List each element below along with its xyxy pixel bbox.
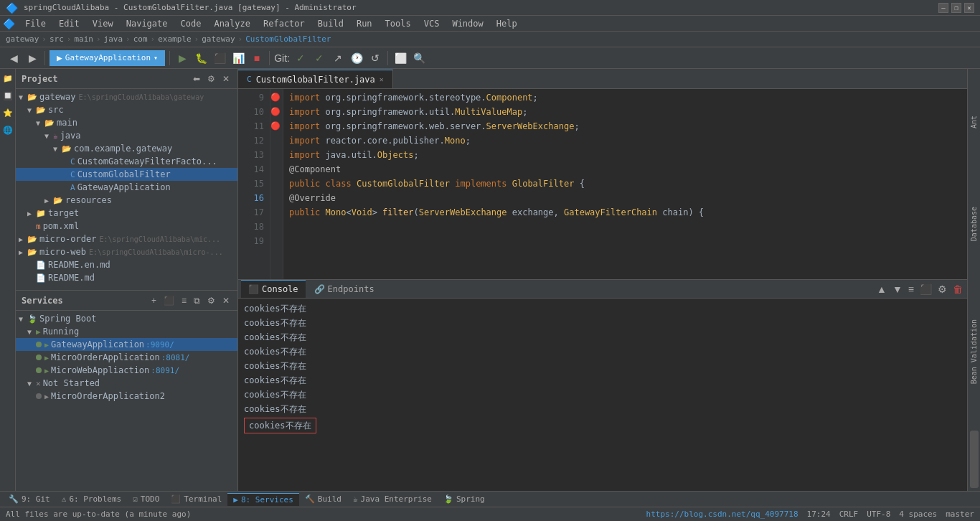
menu-refactor[interactable]: Refactor [258,17,311,30]
code-content[interactable]: import org.springframework.stereotype.Co… [283,89,967,279]
bc-com[interactable]: com [133,34,148,44]
services-filter-btn[interactable]: ⧉ [192,295,202,306]
bsb-problems[interactable]: ⚠ 6: Problems [56,493,127,505]
bean-validation-label[interactable]: Bean Validation [969,315,979,388]
coverage-button[interactable]: ⬛ [212,50,227,66]
tree-item-gateway[interactable]: ▼ 📂 gateway E:\springCloudAlibaba\gatewa… [16,90,237,103]
services-add-btn[interactable]: + [149,295,159,306]
minimize-button[interactable]: — [938,3,948,13]
menu-code[interactable]: Code [175,17,207,30]
clock-button[interactable]: 🕐 [349,50,364,66]
tree-item-main[interactable]: ▼ 📂 main [16,116,237,129]
close-button[interactable]: ✕ [964,3,974,13]
status-branch[interactable]: master [946,510,974,519]
check-button[interactable]: ✓ [293,50,308,66]
services-not-started[interactable]: ▼ ✕ Not Started [16,377,237,390]
bsb-terminal[interactable]: ⬛ Terminal [165,493,227,505]
menu-navigate[interactable]: Navigate [121,17,174,30]
menu-build[interactable]: Build [312,17,349,30]
tab-close-icon[interactable]: ✕ [380,75,384,83]
services-group-btn[interactable]: ≡ [179,295,189,306]
bsb-git[interactable]: 🔧 9: Git [3,493,56,505]
services-close-btn[interactable]: ✕ [220,295,232,306]
project-settings-btn[interactable]: ⚙ [205,73,217,85]
menu-file[interactable]: File [19,17,52,30]
services-microorder-app[interactable]: ▶ MicroOrderApplication :8081/ [16,351,237,364]
stop-button[interactable]: ■ [249,50,265,66]
status-indent[interactable]: 4 spaces [899,510,937,519]
tree-item-package[interactable]: ▼ 📂 com.example.gateway [16,142,237,155]
bc-customglobalfilter[interactable]: CustomGlobalFilter [245,34,331,44]
tree-item-microorder[interactable]: ▶ 📂 micro-order E:\springCloudAlibaba\mi… [16,233,237,245]
tab-endpoints[interactable]: 🔗 Endpoints [307,280,382,298]
menu-edit[interactable]: Edit [53,17,85,30]
bsb-services[interactable]: ▶ 8: Services [227,493,298,506]
tree-item-customgateway[interactable]: C CustomGatewayFilterFacto... [16,155,237,168]
tree-item-readme-en[interactable]: 📄 README.en.md [16,258,237,271]
tab-console[interactable]: ⬛ Console [241,280,306,298]
search-everywhere-button[interactable]: 🔍 [411,50,427,66]
tree-item-gatewayapp[interactable]: A GatewayApplication [16,181,237,194]
menu-vcs[interactable]: VCS [418,17,446,30]
profile-button[interactable]: 📊 [230,50,246,66]
favorites-icon[interactable]: ⭐ [1,106,14,119]
services-settings-btn[interactable]: ⚙ [205,295,217,306]
bsb-todo[interactable]: ☑ TODO [127,493,165,505]
maximize-button[interactable]: ❐ [951,3,961,13]
menu-run[interactable]: Run [351,17,378,30]
ant-label[interactable]: Ant [969,111,979,133]
scroll-down-btn[interactable]: ▼ [891,282,904,296]
console-delete-btn[interactable]: 🗑 [951,282,964,296]
tree-item-readme[interactable]: 📄 README.md [16,271,237,284]
services-microweb-app[interactable]: ▶ MicroWebAppliaction :8091/ [16,364,237,377]
console-content[interactable]: cookies不存在 cookies不存在 cookies不存在 cookies… [238,299,967,491]
code-editor[interactable]: 9 10 11 12 13 14 15 16 17 18 19 [238,89,967,279]
arrow-up-button[interactable]: ↗ [330,50,346,66]
right-scrollbar[interactable] [970,431,979,488]
debug-button[interactable]: 🐛 [193,50,209,66]
bc-java[interactable]: java [104,34,123,44]
bc-gateway[interactable]: gateway [6,34,39,44]
back-button[interactable]: ◀ [6,50,22,66]
project-close-btn[interactable]: ✕ [220,73,232,85]
tree-item-customglobalfilter[interactable]: C CustomGlobalFilter [16,168,237,181]
revert-button[interactable]: ↺ [367,50,383,66]
console-expand-btn[interactable]: ⬛ [918,282,933,296]
bsb-spring[interactable]: 🍃 Spring [438,493,491,505]
tree-item-microweb[interactable]: ▶ 📂 micro-web E:\springCloudAlibaba\micr… [16,245,237,258]
tab-customglobalfilter[interactable]: C CustomGlobalFilter.java ✕ [238,70,393,88]
menu-view[interactable]: View [87,17,119,30]
bc-src[interactable]: src [50,34,64,44]
check2-button[interactable]: ✓ [311,50,327,66]
run-config-dropdown[interactable]: ▶ GatewayApplication ▾ [50,50,165,66]
bc-main[interactable]: main [74,34,93,44]
tree-item-resources[interactable]: ▶ 📂 resources [16,194,237,207]
forward-button[interactable]: ▶ [24,50,40,66]
services-running[interactable]: ▼ ▶ Running [16,325,237,338]
menu-window[interactable]: Window [446,17,489,30]
scroll-up-btn[interactable]: ▲ [875,282,888,296]
tree-item-target[interactable]: ▶ 📁 target [16,207,237,220]
project-icon[interactable]: 📁 [1,72,14,85]
project-collapse-btn[interactable]: ⬅ [191,73,202,85]
status-encoding[interactable]: CRLF [839,510,859,519]
tree-item-src[interactable]: ▼ 📂 src [16,103,237,116]
tree-item-pom[interactable]: m pom.xml [16,220,237,233]
web-icon[interactable]: 🌐 [1,123,14,136]
services-expand-btn[interactable]: ⬛ [161,295,176,306]
window-controls[interactable]: — ❐ ✕ [938,3,974,13]
services-gateway-app[interactable]: ▶ GatewayApplication :9090/ [16,338,237,351]
services-microorder2-app[interactable]: ▶ MicroOrderApplication2 [16,390,237,403]
bsb-java-enterprise[interactable]: ☕ Java Enterprise [347,493,438,505]
git-button[interactable]: Git: [274,50,290,66]
run-button[interactable]: ▶ [174,50,190,66]
menu-tools[interactable]: Tools [380,17,417,30]
console-settings-btn[interactable]: ⚙ [936,282,948,296]
status-url[interactable]: https://blog.csdn.net/qq_4097718 [646,510,798,519]
layout-button[interactable]: ⬜ [392,50,408,66]
bc-example[interactable]: example [158,34,191,44]
bsb-build[interactable]: 🔨 Build [299,493,347,505]
structure-icon[interactable]: 🔲 [1,89,14,102]
status-charset[interactable]: UTF-8 [867,510,890,519]
bc-gateway2[interactable]: gateway [202,34,235,44]
